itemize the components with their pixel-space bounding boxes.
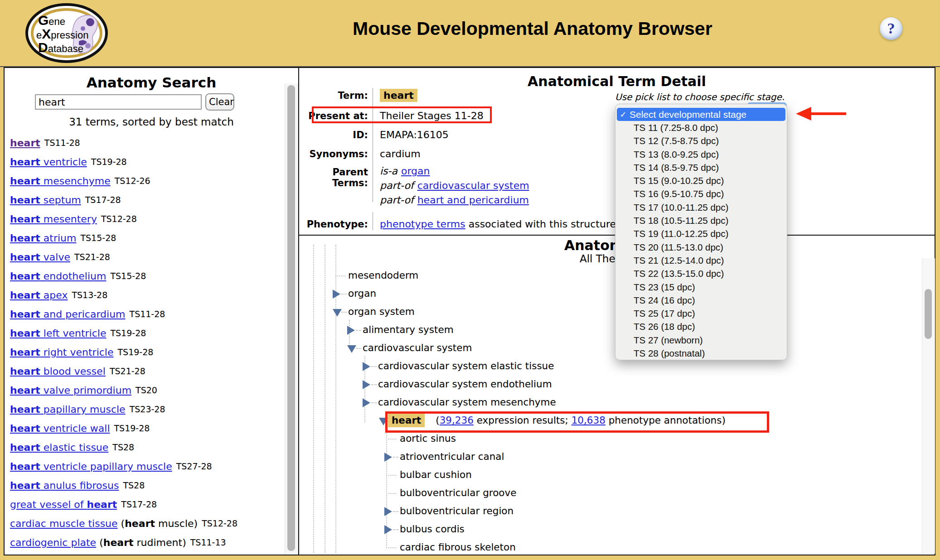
theiler-stage-range: TS20: [136, 385, 157, 395]
annotation-open: (: [436, 415, 439, 426]
search-result-link[interactable]: heart: [10, 137, 40, 149]
search-result-row: heart valve primordiumTS20: [10, 381, 157, 400]
stage-option[interactable]: TS 24 (16 dpc): [615, 294, 787, 307]
tree-node-label[interactable]: cardiovascular system endothelium: [378, 378, 552, 390]
stage-option[interactable]: TS 19 (11.0-12.25 dpc): [615, 227, 787, 240]
stage-option-selected[interactable]: ✓ Select developmental stage: [617, 108, 785, 121]
stage-option[interactable]: TS 26 (18 dpc): [615, 320, 787, 333]
search-result-row: heart left ventricleTS19-28: [10, 323, 146, 343]
expand-icon[interactable]: [363, 362, 370, 371]
search-result-link[interactable]: heart ventricle papillary muscle: [10, 461, 172, 472]
tree-node-bulbus-cordis: bulbus cordis: [299, 520, 923, 538]
search-result-link[interactable]: heart valve primordium: [10, 385, 131, 396]
gxd-logo[interactable]: Gene eXpression Database: [25, 3, 108, 63]
tree-node-label[interactable]: cardiovascular system elastic tissue: [378, 360, 554, 372]
stage-option[interactable]: TS 11 (7.25-8.0 dpc): [615, 121, 787, 134]
search-result-list: heartTS11-28heart ventricleTS19-28heart …: [5, 68, 298, 555]
expand-icon[interactable]: [384, 453, 392, 462]
tree-node-cardiovascular-system-elastic-tissue: cardiovascular system elastic tissue: [299, 357, 923, 375]
tree-leaf-connector: [335, 275, 345, 276]
stage-option[interactable]: TS 28 (postnatal): [615, 347, 787, 360]
tree-node-bulboventricular-region: bulboventricular region: [299, 502, 923, 520]
search-result-link[interactable]: heart left ventricle: [10, 328, 106, 339]
phenotype-annotations-link[interactable]: 10,638: [572, 415, 606, 426]
search-result-link[interactable]: heart apex: [10, 290, 68, 301]
stage-option[interactable]: TS 22 (13.5-15.0 dpc): [615, 267, 787, 280]
tree-node-label[interactable]: mesendoderm: [348, 270, 418, 281]
parent-term-link[interactable]: organ: [401, 165, 430, 177]
theiler-stage-range: TS23-28: [130, 404, 165, 414]
term-label: Term:: [299, 90, 368, 101]
search-result-row: heart ventricle papillary muscleTS27-28: [10, 457, 212, 476]
collapse-icon[interactable]: [333, 309, 342, 317]
tree-scrollbar-thumb[interactable]: [925, 289, 932, 339]
theiler-stage-range: TS19-28: [91, 157, 127, 167]
stage-option[interactable]: TS 21 (12.5-14.0 dpc): [615, 254, 787, 267]
tree-node-label[interactable]: bulbar cushion: [400, 469, 472, 480]
search-result-link[interactable]: heart blood vessel: [10, 366, 106, 377]
tree-node-label[interactable]: cardiovascular system: [363, 342, 472, 353]
tree-node-label[interactable]: organ: [348, 288, 376, 299]
stage-option[interactable]: TS 12 (7.5-8.75 dpc): [615, 134, 787, 147]
phenotype-rest: associated with this structure: [465, 218, 616, 230]
stage-option[interactable]: TS 13 (8.0-9.25 dpc): [615, 148, 787, 161]
stage-option[interactable]: TS 25 (17 dpc): [615, 307, 787, 320]
stage-option[interactable]: TS 23 (15 dpc): [615, 280, 787, 294]
tree-node-label[interactable]: bulboventricular groove: [400, 487, 516, 498]
expand-icon[interactable]: [363, 380, 370, 389]
search-result-row: cardiogenic plate(heart rudiment)TS11-13: [10, 533, 226, 552]
search-result-link[interactable]: heart endothelium: [10, 270, 106, 282]
search-result-link[interactable]: heart ventricle wall: [10, 423, 110, 434]
tree-node-label[interactable]: cardiac fibrous skeleton: [400, 541, 516, 553]
stage-option[interactable]: TS 14 (8.5-9.75 dpc): [615, 161, 787, 174]
help-button[interactable]: ?: [880, 17, 902, 40]
search-result-link[interactable]: heart ventricle: [10, 156, 87, 168]
page-title: Mouse Developmental Anatomy Browser: [353, 18, 712, 39]
tree-node-label[interactable]: bulboventricular region: [400, 505, 514, 517]
parent-relation: part-of: [380, 194, 414, 206]
search-list-scrollbar[interactable]: [285, 83, 298, 555]
expand-icon[interactable]: [384, 525, 392, 534]
stage-option[interactable]: TS 15 (9.0-10.25 dpc): [615, 174, 787, 187]
search-result-link[interactable]: heart papillary muscle: [10, 404, 126, 415]
stage-option[interactable]: TS 27 (newborn): [615, 333, 787, 347]
search-result-link[interactable]: heart mesenchyme: [10, 175, 111, 187]
search-result-row: heart septumTS17-28: [10, 190, 121, 209]
search-result-link[interactable]: cardiac muscle tissue: [10, 518, 118, 529]
search-result-link[interactable]: great vessel of heart: [10, 499, 117, 510]
tree-node-label[interactable]: bulbus cordis: [400, 523, 465, 535]
search-result-link[interactable]: heart anulus fibrosus: [10, 480, 119, 491]
phenotype-terms-link[interactable]: phenotype terms: [380, 218, 465, 230]
search-result-link[interactable]: cardiogenic plate: [10, 537, 96, 548]
collapse-icon[interactable]: [347, 345, 356, 353]
tree-node-connector: [393, 457, 398, 458]
stage-picker-hint: Use pick list to choose specific stage.: [615, 92, 785, 102]
search-list-scrollbar-thumb[interactable]: [287, 85, 295, 551]
expand-icon[interactable]: [333, 290, 340, 299]
search-result-link[interactable]: heart right ventricle: [10, 347, 114, 358]
tree-node-label[interactable]: organ system: [348, 306, 415, 317]
expand-icon[interactable]: [384, 507, 392, 516]
tree-node-label-heart[interactable]: heart: [388, 413, 425, 427]
search-result-link[interactable]: heart and pericardium: [10, 309, 126, 320]
expand-icon[interactable]: [363, 398, 370, 407]
tree-node-label[interactable]: alimentary system: [363, 324, 454, 335]
collapse-icon[interactable]: [379, 418, 388, 425]
stage-option[interactable]: TS 20 (11.5-13.0 dpc): [615, 241, 787, 254]
tree-node-label[interactable]: aortic sinus: [400, 433, 456, 444]
theiler-stage-range: TS19-28: [110, 328, 146, 338]
parent-term-link[interactable]: cardiovascular system: [417, 180, 529, 191]
search-result-link[interactable]: heart valve: [10, 251, 70, 263]
tree-node-label[interactable]: atrioventricular canal: [400, 451, 504, 462]
search-result-link[interactable]: heart septum: [10, 194, 81, 206]
stage-option[interactable]: TS 18 (10.5-11.25 dpc): [615, 214, 787, 227]
search-result-link[interactable]: heart elastic tissue: [10, 442, 108, 453]
stage-option[interactable]: TS 16 (9.5-10.75 dpc): [615, 187, 787, 200]
search-result-link[interactable]: heart mesentery: [10, 213, 97, 225]
expand-icon[interactable]: [347, 326, 355, 335]
search-result-link[interactable]: heart atrium: [10, 232, 76, 244]
parent-term-link[interactable]: heart and pericardium: [417, 194, 529, 206]
tree-node-label[interactable]: cardiovascular system mesenchyme: [378, 396, 556, 408]
stage-option[interactable]: TS 17 (10.0-11.25 dpc): [615, 201, 787, 214]
expression-results-link[interactable]: 39,236: [440, 415, 474, 426]
